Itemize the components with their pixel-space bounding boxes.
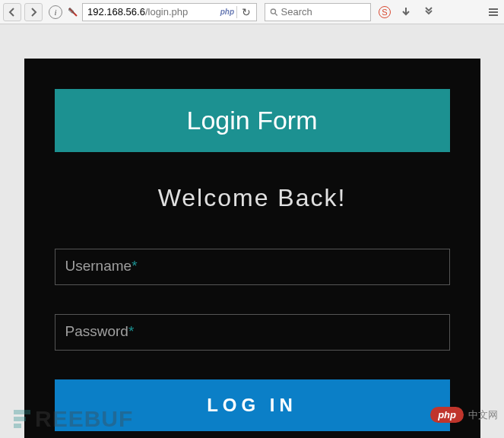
search-bar[interactable]	[265, 3, 371, 21]
username-field[interactable]	[55, 249, 450, 285]
password-field[interactable]	[55, 314, 450, 351]
php-text: 中文网	[468, 408, 498, 422]
url-host: 192.168.56.6	[87, 6, 145, 17]
info-icon[interactable]: i	[49, 5, 62, 19]
password-wrapper: Password*	[55, 314, 450, 379]
login-card: Login Form Welcome Back! Username* Passw…	[24, 59, 480, 438]
watermark-php: php 中文网	[430, 407, 498, 423]
reload-button[interactable]: ↻	[236, 6, 252, 18]
php-pill: php	[430, 407, 464, 423]
noscript-icon[interactable]: S	[379, 6, 391, 18]
login-header: Login Form	[55, 89, 450, 152]
overflow-icon[interactable]	[421, 5, 436, 20]
username-wrapper: Username*	[55, 249, 450, 314]
svg-point-0	[271, 9, 275, 14]
downloads-icon[interactable]	[398, 5, 414, 20]
svg-line-1	[275, 13, 277, 15]
freebuf-logo-icon	[14, 410, 30, 428]
menu-icon[interactable]	[486, 5, 501, 20]
browser-toolbar: i 192.168.56.6/login.php php ↻ S	[0, 0, 504, 24]
forward-button[interactable]	[24, 3, 43, 21]
url-path: /login.php	[145, 6, 188, 17]
welcome-text: Welcome Back!	[55, 184, 450, 212]
url-bar[interactable]: 192.168.56.6/login.php php ↻	[82, 3, 257, 21]
watermark-freebuf: REEBUF	[14, 406, 133, 432]
search-input[interactable]	[281, 6, 366, 17]
no-edit-icon	[67, 6, 79, 18]
url-badge: php	[218, 8, 236, 16]
page-content: Login Form Welcome Back! Username* Passw…	[0, 24, 504, 438]
back-button[interactable]	[3, 3, 21, 21]
search-icon	[270, 8, 278, 17]
